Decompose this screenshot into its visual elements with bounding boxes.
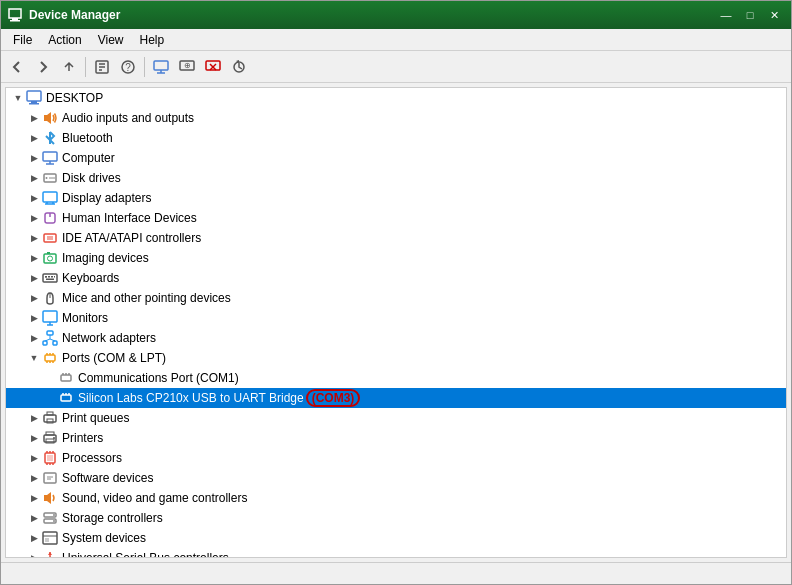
scan-button[interactable]: ⊕ xyxy=(175,55,199,79)
expander-computer[interactable]: ▶ xyxy=(26,150,42,166)
minimize-button[interactable]: — xyxy=(715,6,737,24)
window-controls: — □ ✕ xyxy=(715,6,785,24)
svg-rect-14 xyxy=(206,61,220,70)
svg-rect-9 xyxy=(154,61,168,70)
expander-bluetooth[interactable]: ▶ xyxy=(26,130,42,146)
menu-view[interactable]: View xyxy=(90,31,132,49)
tree-item-com1[interactable]: ▶ Communications Port (COM1) xyxy=(6,368,786,388)
expander-hid[interactable]: ▶ xyxy=(26,210,42,226)
svg-rect-43 xyxy=(48,276,50,278)
tree-root-desktop[interactable]: ▼ DESKTOP xyxy=(6,88,786,108)
tree-item-print-queues[interactable]: ▶ Print queues xyxy=(6,408,786,428)
bluetooth-icon xyxy=(42,130,58,146)
svg-point-93 xyxy=(53,514,55,516)
menu-bar: File Action View Help xyxy=(1,29,791,51)
software-label: Software devices xyxy=(62,471,153,485)
svg-rect-40 xyxy=(43,274,57,282)
maximize-button[interactable]: □ xyxy=(739,6,761,24)
audio-label: Audio inputs and outputs xyxy=(62,111,194,125)
update-driver-button[interactable] xyxy=(227,55,251,79)
tree-item-display[interactable]: ▶ Display adapters xyxy=(6,188,786,208)
expander-ports[interactable]: ▼ xyxy=(26,350,42,366)
display-icon xyxy=(42,190,58,206)
svg-line-56 xyxy=(50,339,55,341)
uninstall-button[interactable] xyxy=(201,55,225,79)
menu-file[interactable]: File xyxy=(5,31,40,49)
svg-rect-51 xyxy=(47,331,53,335)
ide-icon xyxy=(42,230,58,246)
expander-system[interactable]: ▶ xyxy=(26,530,42,546)
expander-audio[interactable]: ▶ xyxy=(26,110,42,126)
svg-rect-64 xyxy=(61,375,71,381)
tree-item-computer[interactable]: ▶ Computer xyxy=(6,148,786,168)
svg-rect-37 xyxy=(44,254,56,263)
tree-item-bluetooth[interactable]: ▶ Bluetooth xyxy=(6,128,786,148)
com1-icon xyxy=(58,370,74,386)
svg-marker-21 xyxy=(44,112,51,124)
title-bar: Device Manager — □ ✕ xyxy=(1,1,791,29)
hid-icon xyxy=(42,210,58,226)
imaging-icon xyxy=(42,250,58,266)
computer-icon xyxy=(42,150,58,166)
expander-com3: ▶ xyxy=(42,390,58,406)
up-button[interactable] xyxy=(57,55,81,79)
computer-button[interactable] xyxy=(149,55,173,79)
menu-action[interactable]: Action xyxy=(40,31,89,49)
tree-item-software[interactable]: ▶ Software devices xyxy=(6,468,786,488)
expander-storage[interactable]: ▶ xyxy=(26,510,42,526)
computer-label: Computer xyxy=(62,151,115,165)
tree-item-monitors[interactable]: ▶ Monitors xyxy=(6,308,786,328)
tree-item-hid[interactable]: ▶ Human Interface Devices xyxy=(6,208,786,228)
tree-item-system[interactable]: ▶ System devices xyxy=(6,528,786,548)
printers-label: Printers xyxy=(62,431,103,445)
mice-label: Mice and other pointing devices xyxy=(62,291,231,305)
keyboards-icon xyxy=(42,270,58,286)
expander-print-queues[interactable]: ▶ xyxy=(26,410,42,426)
expander-ide[interactable]: ▶ xyxy=(26,230,42,246)
tree-item-keyboards[interactable]: ▶ Keyboards xyxy=(6,268,786,288)
back-button[interactable] xyxy=(5,55,29,79)
expander-keyboards[interactable]: ▶ xyxy=(26,270,42,286)
svg-rect-22 xyxy=(43,152,57,161)
printers-icon xyxy=(42,430,58,446)
expander-software[interactable]: ▶ xyxy=(26,470,42,486)
expander-network[interactable]: ▶ xyxy=(26,330,42,346)
tree-item-disk[interactable]: ▶ Disk drives xyxy=(6,168,786,188)
tree-item-ports[interactable]: ▼ Ports (COM & LPT) xyxy=(6,348,786,368)
expander-processors[interactable]: ▶ xyxy=(26,450,42,466)
tree-item-network[interactable]: ▶ Network adapters xyxy=(6,328,786,348)
expander-usb[interactable]: ▶ xyxy=(26,550,42,558)
expander-printers[interactable]: ▶ xyxy=(26,430,42,446)
network-icon xyxy=(42,330,58,346)
sound-icon xyxy=(42,490,58,506)
tree-item-imaging[interactable]: ▶ Imaging devices xyxy=(6,248,786,268)
svg-rect-28 xyxy=(43,192,57,202)
expander-monitors[interactable]: ▶ xyxy=(26,310,42,326)
expander-imaging[interactable]: ▶ xyxy=(26,250,42,266)
tree-item-sound[interactable]: ▶ Sound, video and game controllers xyxy=(6,488,786,508)
tree-item-audio[interactable]: ▶ Audio inputs and outputs xyxy=(6,108,786,128)
tree-item-mice[interactable]: ▶ Mice and other pointing devices xyxy=(6,288,786,308)
main-content: ▼ DESKTOP ▶ xyxy=(1,83,791,562)
svg-rect-68 xyxy=(61,395,71,401)
expander-display[interactable]: ▶ xyxy=(26,190,42,206)
properties-button[interactable] xyxy=(90,55,114,79)
help-button[interactable]: ? xyxy=(116,55,140,79)
forward-button[interactable] xyxy=(31,55,55,79)
tree-item-processors[interactable]: ▶ Processors xyxy=(6,448,786,468)
tree-item-ide[interactable]: ▶ IDE ATA/ATAPI controllers xyxy=(6,228,786,248)
expander-desktop[interactable]: ▼ xyxy=(10,90,26,106)
svg-line-99 xyxy=(50,557,53,558)
sound-label: Sound, video and game controllers xyxy=(62,491,247,505)
expander-disk[interactable]: ▶ xyxy=(26,170,42,186)
expander-mice[interactable]: ▶ xyxy=(26,290,42,306)
tree-item-storage[interactable]: ▶ Storage controllers xyxy=(6,508,786,528)
expander-sound[interactable]: ▶ xyxy=(26,490,42,506)
device-tree[interactable]: ▼ DESKTOP ▶ xyxy=(5,87,787,558)
svg-rect-44 xyxy=(51,276,53,278)
menu-help[interactable]: Help xyxy=(132,31,173,49)
tree-item-com3[interactable]: ▶ Silicon Labs CP210x USB to UART Bridge… xyxy=(6,388,786,408)
tree-item-usb[interactable]: ▶ Universal Serial Bus controllers xyxy=(6,548,786,558)
close-button[interactable]: ✕ xyxy=(763,6,785,24)
tree-item-printers[interactable]: ▶ Printers xyxy=(6,428,786,448)
